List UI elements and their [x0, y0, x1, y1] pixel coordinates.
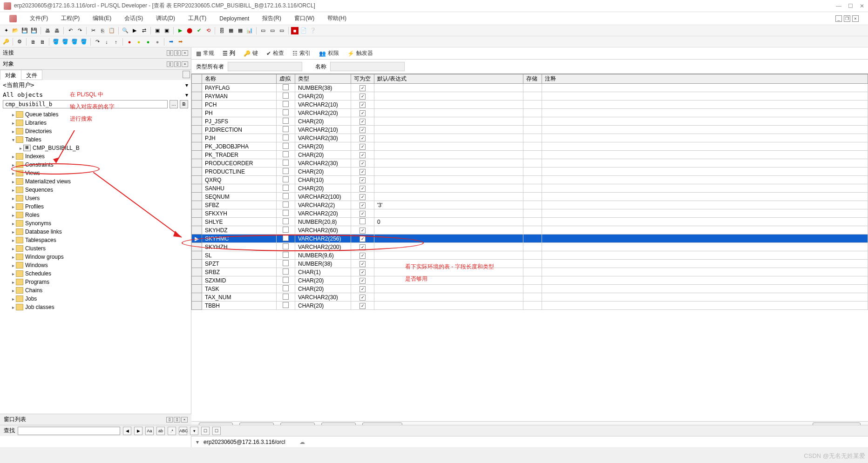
owner-field[interactable] [228, 62, 302, 71]
cell-name[interactable]: PAYFLAG [202, 84, 277, 92]
menu-window[interactable]: 窗口(W) [294, 14, 314, 22]
user-combo[interactable]: <当前用户> [3, 81, 185, 89]
cell-storage[interactable] [523, 142, 542, 151]
cell-storage[interactable] [523, 168, 542, 176]
cell-nullable[interactable] [351, 293, 374, 302]
menu-project[interactable]: 工程(P) [61, 14, 80, 22]
cell-comment[interactable] [542, 260, 868, 268]
table-row[interactable]: SPZTNUMBER(38) [192, 260, 868, 268]
table-row[interactable]: TBBHCHAR(20) [192, 302, 868, 310]
tree-folder-node[interactable]: ▸Libraries [0, 119, 191, 127]
cell-default[interactable] [374, 184, 523, 193]
cell-name[interactable]: SKYHDZ [202, 226, 277, 235]
expand-icon[interactable]: ▸ [10, 271, 16, 276]
cell-comment[interactable] [542, 176, 868, 184]
copy-icon[interactable]: ⎘ [98, 27, 107, 35]
cell-storage[interactable] [523, 218, 542, 226]
tree-folder-node[interactable]: ▸Tablespaces [0, 236, 191, 244]
table-row[interactable]: SEQNUMVARCHAR2(100) [192, 193, 868, 201]
expand-icon[interactable]: ▸ [10, 280, 16, 285]
cell-nullable[interactable] [351, 176, 374, 184]
menu-deployment[interactable]: Deployment [219, 15, 249, 22]
pdf-icon[interactable]: 📄 [299, 27, 308, 35]
cell-type[interactable]: VARCHAR2(10) [295, 101, 351, 109]
cell-comment[interactable] [542, 84, 868, 92]
cell-type[interactable]: VARCHAR2(30) [295, 134, 351, 142]
cell-name[interactable]: SHLYE [202, 218, 277, 226]
column-header[interactable]: 类型 [295, 74, 351, 84]
expand-icon[interactable]: ▸ [10, 296, 16, 302]
cell-comment[interactable] [542, 159, 868, 168]
tile2-icon[interactable]: ▭ [278, 27, 286, 35]
step-over-icon[interactable]: ↷ [93, 38, 102, 46]
tree-folder-node[interactable]: ▸Job classes [0, 303, 191, 311]
tree-folder-node[interactable]: ▸Programs [0, 278, 191, 286]
cell-virtual[interactable] [277, 134, 295, 142]
cell-virtual[interactable] [277, 268, 295, 276]
cell-nullable[interactable] [351, 84, 374, 92]
cell-type[interactable]: VARCHAR2(256) [295, 235, 351, 243]
cell-comment[interactable] [542, 235, 868, 243]
cell-virtual[interactable] [277, 285, 295, 293]
cell-default[interactable] [374, 117, 523, 126]
tree-folder-node[interactable]: ▸Jobs [0, 295, 191, 303]
tables-icon[interactable]: ▦ [227, 27, 235, 35]
expand-icon[interactable]: ▸ [10, 305, 16, 310]
cell-default[interactable] [374, 193, 523, 201]
cell-virtual[interactable] [277, 126, 295, 134]
find-opt-icon[interactable]: ▾ [190, 427, 198, 435]
cell-nullable[interactable] [351, 168, 374, 176]
tree-folder-node[interactable]: ▾Tables [0, 135, 191, 144]
tree-folder-node[interactable]: ▸Users [0, 194, 191, 202]
expand-icon[interactable]: ▸ [18, 146, 23, 151]
bucket3-icon[interactable]: 🪣 [70, 38, 79, 46]
cell-nullable[interactable] [351, 260, 374, 268]
cell-comment[interactable] [542, 117, 868, 126]
cell-type[interactable]: CHAR(20) [295, 92, 351, 101]
pin-icon[interactable]: ▯ [167, 61, 173, 67]
table-row[interactable]: SHLYENUMBER(20,8)0 [192, 218, 868, 226]
cell-type[interactable]: NUMBER(20,8) [295, 218, 351, 226]
cell-storage[interactable] [523, 101, 542, 109]
cell-virtual[interactable] [277, 109, 295, 117]
cell-type[interactable]: CHAR(20) [295, 184, 351, 193]
cell-nullable[interactable] [351, 109, 374, 117]
minimize-icon[interactable]: — [836, 3, 841, 9]
cell-nullable[interactable] [351, 126, 374, 134]
expand-icon[interactable]: ▸ [10, 229, 16, 235]
cell-comment[interactable] [542, 251, 868, 260]
replace-icon[interactable]: ⇄ [140, 27, 148, 35]
expand-icon[interactable]: ▸ [10, 188, 16, 193]
cell-nullable[interactable] [351, 209, 374, 218]
cell-comment[interactable] [542, 243, 868, 251]
paste-icon[interactable]: 📋 [108, 27, 116, 35]
cell-virtual[interactable] [277, 201, 295, 209]
cell-nullable[interactable] [351, 142, 374, 151]
cell-virtual[interactable] [277, 251, 295, 260]
cell-nullable[interactable] [351, 251, 374, 260]
cell-type[interactable]: VARCHAR2(2) [295, 201, 351, 209]
expand-icon[interactable]: ▸ [10, 288, 16, 293]
mdi-min-icon[interactable]: _ [835, 15, 842, 22]
cell-name[interactable]: SPZT [202, 260, 277, 268]
key-icon[interactable]: 🔑 [2, 38, 10, 46]
cell-default[interactable] [374, 235, 523, 243]
bucket2-icon[interactable]: 🪣 [61, 38, 69, 46]
break-icon[interactable]: ⬤ [185, 27, 194, 35]
cell-nullable[interactable] [351, 226, 374, 235]
cell-comment[interactable] [542, 193, 868, 201]
cell-storage[interactable] [523, 159, 542, 168]
cell-comment[interactable] [542, 92, 868, 101]
stop-icon[interactable]: ■ [291, 27, 298, 34]
cell-storage[interactable] [523, 260, 542, 268]
cell-type[interactable]: CHAR(20) [295, 285, 351, 293]
cell-comment[interactable] [542, 293, 868, 302]
cell-comment[interactable] [542, 285, 868, 293]
menu-report[interactable]: 报告(R) [262, 14, 281, 22]
save-icon[interactable]: 💾 [20, 27, 29, 35]
find-input[interactable] [18, 427, 120, 435]
cell-default[interactable] [374, 209, 523, 218]
mdi-close-icon[interactable]: × [852, 15, 859, 22]
cell-name[interactable]: SKYHMC [202, 235, 277, 243]
tab-refresh-icon[interactable] [183, 71, 190, 78]
